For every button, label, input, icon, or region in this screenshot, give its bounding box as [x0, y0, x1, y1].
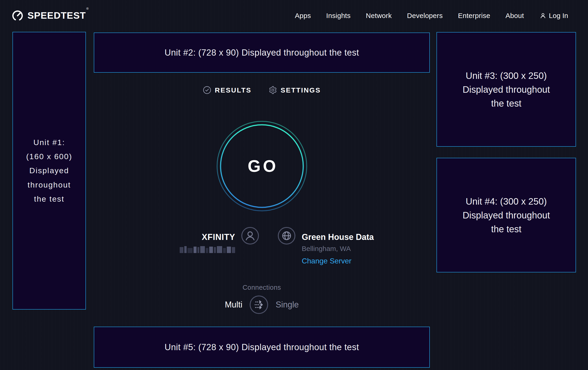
ad-text-line: Unit #5: (728 x 90) Displayed throughout… [165, 342, 359, 352]
speed-test-panel: Unit #2: (728 x 90) Displayed throughout… [94, 32, 430, 368]
ad-text-line: Unit #2: (728 x 90) Displayed throughout… [165, 48, 359, 58]
ad-text-line: Displayed throughout [462, 83, 550, 96]
tab-results[interactable]: RESULTS [203, 86, 252, 94]
connections-label: Connections [242, 284, 281, 291]
ad-text-line: Unit #3: (300 x 250) [466, 69, 547, 83]
ad-unit-5[interactable]: Unit #5: (728 x 90) Displayed throughout… [94, 327, 430, 368]
nav-item-apps[interactable]: Apps [295, 12, 311, 20]
ad-text-line: the test [491, 96, 521, 110]
login-label: Log In [549, 12, 568, 20]
user-icon [539, 12, 547, 19]
nav-item-about[interactable]: About [505, 12, 524, 20]
nav-item-network[interactable]: Network [366, 12, 392, 20]
ad-text-line: Displayed throughout [462, 208, 550, 222]
go-button[interactable]: GO [216, 121, 307, 211]
server-location: Bellingham, WA [302, 245, 351, 253]
tab-settings-label: SETTINGS [281, 86, 321, 94]
nav-item-insights[interactable]: Insights [326, 12, 351, 20]
isp-name: XFINITY [202, 232, 235, 242]
check-circle-icon [203, 86, 211, 94]
tab-results-label: RESULTS [215, 86, 252, 94]
server-name: Green House Data [302, 232, 374, 242]
ad-text-line: Unit #1: [33, 135, 65, 150]
connection-mode-toggle-row: Multi Single [225, 295, 299, 314]
tab-settings[interactable]: SETTINGS [269, 86, 321, 94]
server-info: Green House Data Bellingham, WA Change S… [278, 227, 374, 265]
ad-text-line: the test [34, 192, 64, 206]
nav-item-developers[interactable]: Developers [407, 12, 443, 20]
user-circle-icon [241, 227, 259, 245]
ad-text-line: throughout [28, 178, 71, 192]
speedtest-page: SPEEDTEST® Apps Insights Network Develop… [0, 0, 588, 370]
ad-text-line: Unit #4: (300 x 250) [466, 194, 547, 208]
brand-wordmark: SPEEDTEST® [28, 10, 88, 21]
nav-item-enterprise[interactable]: Enterprise [458, 12, 490, 20]
multi-connection-toggle-icon[interactable] [249, 295, 269, 314]
isp-details: XFINITY [180, 227, 235, 253]
ad-unit-3[interactable]: Unit #3: (300 x 250) Displayed throughou… [437, 32, 576, 147]
server-details: Green House Data Bellingham, WA Change S… [302, 227, 374, 265]
ad-text-line: (160 x 600) [26, 150, 72, 164]
single-mode-option[interactable]: Single [275, 300, 299, 310]
globe-circle-icon [278, 227, 296, 245]
ad-unit-2[interactable]: Unit #2: (728 x 90) Displayed throughout… [94, 32, 430, 73]
login-button[interactable]: Log In [539, 12, 568, 20]
main-nav: Apps Insights Network Developers Enterpr… [295, 12, 568, 20]
multi-mode-option[interactable]: Multi [225, 300, 242, 310]
ad-text-line: Displayed [29, 164, 69, 178]
ip-address-redacted [180, 246, 235, 253]
speedometer-icon [11, 10, 24, 22]
change-server-link[interactable]: Change Server [302, 257, 351, 265]
right-ad-column: Unit #3: (300 x 250) Displayed throughou… [437, 32, 576, 272]
isp-info: XFINITY [180, 227, 259, 253]
connection-info-row: XFINITY [180, 227, 374, 265]
top-navigation-bar: SPEEDTEST® Apps Insights Network Develop… [0, 0, 588, 31]
gear-icon [269, 86, 277, 94]
speedtest-logo[interactable]: SPEEDTEST® [11, 10, 88, 22]
trademark-symbol: ® [86, 7, 89, 10]
ad-unit-4[interactable]: Unit #4: (300 x 250) Displayed throughou… [437, 158, 576, 272]
go-button-label: GO [216, 121, 307, 211]
results-settings-tabs: RESULTS SETTINGS [203, 86, 321, 94]
ad-text-line: the test [491, 222, 521, 236]
ad-unit-1[interactable]: Unit #1: (160 x 600) Displayed throughou… [12, 32, 86, 310]
